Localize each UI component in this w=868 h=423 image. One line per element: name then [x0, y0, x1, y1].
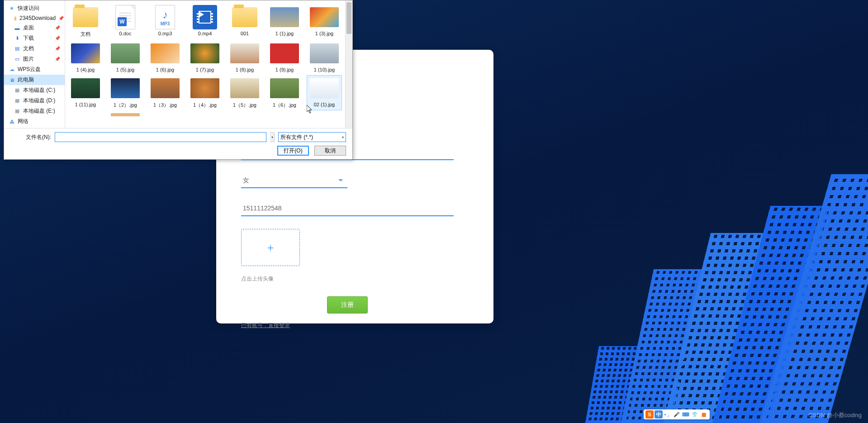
gender-select[interactable]: 女 [241, 173, 347, 188]
file-item[interactable]: 02 (1).jpg [307, 75, 342, 110]
file-label: 0.doc [119, 31, 132, 36]
file-label: 1 (6).jpg [156, 67, 174, 72]
drive-icon: ▦ [14, 98, 20, 104]
file-label: 0.mp4 [198, 31, 212, 36]
ime-keyboard-icon[interactable]: ⌨ [682, 410, 690, 418]
file-item[interactable]: 1 (3).jpg [307, 4, 342, 39]
file-label: 1（5）.jpg [233, 102, 256, 109]
upload-hint: 点击上传头像 [241, 275, 469, 283]
file-type-filter[interactable]: 所有文件 (*.*)▾ [278, 132, 346, 142]
ime-lang-icon[interactable]: 中 [655, 410, 663, 418]
file-open-dialog: ★快速访问 ▮2345Download📌 ▬桌面📌 ⬇下载📌 ▤文档📌 ▭图片📌… [4, 0, 353, 160]
ime-punct-icon[interactable]: •， [664, 410, 672, 418]
file-label: 1（6）.jpg [273, 102, 296, 109]
pin-icon: 📌 [58, 16, 64, 21]
file-item[interactable]: 1（4）.jpg [187, 75, 223, 110]
sidebar-pictures[interactable]: ▭图片📌 [4, 54, 65, 64]
file-thumbnail [151, 77, 180, 100]
sidebar-network[interactable]: 🖧网络 [4, 116, 65, 127]
ime-toolbox-icon[interactable]: ▦ [700, 410, 708, 418]
file-item[interactable]: 001 [227, 4, 262, 39]
open-button[interactable]: 打开(O) [277, 146, 309, 156]
sidebar-this-pc[interactable]: 🖥此电脑 [4, 75, 65, 85]
file-label: 1（4）.jpg [193, 102, 217, 109]
file-thumbnail [310, 77, 339, 100]
picture-icon: ▭ [14, 56, 20, 62]
file-item[interactable]: 1 (7).jpg [187, 40, 223, 74]
file-label: 1 (8).jpg [236, 67, 254, 72]
file-thumbnail [230, 6, 259, 29]
sidebar-2345download[interactable]: ▮2345Download📌 [4, 14, 65, 23]
pin-icon: 📌 [55, 25, 60, 30]
file-item[interactable]: 1 (4).jpg [68, 40, 103, 74]
file-item[interactable]: 1 (10).jpg [307, 40, 342, 74]
file-item[interactable]: 1（5）.jpg [227, 75, 262, 110]
login-link[interactable]: 已有账号，直接登录 [241, 322, 290, 329]
file-item[interactable]: 1 (1).jpg [267, 4, 302, 39]
cancel-button[interactable]: 取消 [314, 146, 346, 156]
file-thumbnail [111, 42, 140, 65]
phone-field[interactable] [241, 201, 454, 216]
file-thumbnail [71, 6, 100, 29]
ime-mic-icon[interactable]: 🎤 [673, 410, 681, 418]
dialog-scrollbar[interactable] [345, 0, 352, 128]
sidebar-drive-c[interactable]: ▦本地磁盘 (C:) [4, 85, 65, 95]
file-item[interactable]: 1（6）.jpg [267, 75, 302, 110]
filename-label: 文件名(N): [10, 133, 51, 141]
document-icon: ▤ [14, 46, 20, 52]
file-label: 1 (9).jpg [275, 67, 294, 72]
desktop-icon: ▬ [14, 25, 20, 31]
file-label: 1 (4).jpg [76, 67, 95, 72]
ime-toolbar[interactable]: S 中 •， 🎤 ⌨ 👕 ▦ [644, 409, 710, 419]
file-grid-area: 文档W0.doc♪MP30.mp30.mp40011 (1).jpg1 (3).… [65, 0, 352, 128]
plus-icon: ＋ [265, 240, 276, 255]
drive-icon: ▦ [14, 87, 20, 94]
file-label: 1 (11).jpg [75, 102, 96, 107]
sidebar-quick-access[interactable]: ★快速访问 [4, 3, 65, 14]
file-label: 1 (5).jpg [116, 67, 134, 72]
computer-icon: 🖥 [9, 77, 15, 83]
avatar-upload-box[interactable]: ＋ [241, 229, 300, 266]
watermark: CSDN @小蔡coding [808, 411, 862, 419]
file-item[interactable]: 1（3）.jpg [147, 75, 183, 110]
sidebar-desktop[interactable]: ▬桌面📌 [4, 23, 65, 33]
pin-icon: 📌 [55, 57, 60, 62]
file-item[interactable]: 文档 [68, 4, 103, 39]
file-thumbnail [310, 42, 339, 65]
file-thumbnail [71, 77, 100, 100]
ime-logo-icon[interactable]: S [645, 410, 654, 418]
star-icon: ★ [9, 5, 15, 12]
file-thumbnail [190, 77, 219, 100]
sidebar-documents[interactable]: ▤文档📌 [4, 43, 65, 54]
register-button[interactable]: 注册 [327, 296, 368, 314]
sidebar-drive-e[interactable]: ▦本地磁盘 (E:) [4, 106, 65, 116]
file-thumbnail: W [111, 6, 140, 29]
file-label: 0.mp3 [158, 31, 172, 36]
file-item[interactable]: 1 (6).jpg [147, 40, 183, 74]
file-item[interactable]: 1（2）.jpg [108, 75, 143, 110]
file-item[interactable]: 1 (9).jpg [267, 40, 302, 74]
file-item[interactable]: 1 (5).jpg [108, 40, 143, 74]
file-thumbnail [310, 6, 339, 29]
sidebar-downloads[interactable]: ⬇下载📌 [4, 33, 65, 43]
file-item[interactable]: W0.doc [108, 4, 143, 39]
file-label: 001 [241, 31, 249, 36]
ime-skin-icon[interactable]: 👕 [691, 410, 699, 418]
file-item[interactable] [108, 111, 143, 117]
file-label: 1（2）.jpg [114, 102, 137, 109]
sidebar-wps-cloud[interactable]: ☁WPS云盘 [4, 64, 65, 75]
filename-dropdown[interactable]: ▾ [270, 132, 275, 142]
sidebar-drive-d[interactable]: ▦本地磁盘 (D:) [4, 95, 65, 106]
file-item[interactable]: 1 (11).jpg [68, 75, 103, 110]
file-item[interactable]: 1 (8).jpg [227, 40, 262, 74]
filename-input[interactable] [55, 132, 266, 142]
file-label: 02 (1).jpg [314, 102, 335, 107]
file-item[interactable]: 0.mp4 [187, 4, 223, 39]
file-label: 文档 [81, 31, 90, 38]
file-item[interactable]: ♪MP30.mp3 [147, 4, 183, 39]
pin-icon: 📌 [55, 36, 60, 41]
file-thumbnail [190, 42, 219, 65]
cloud-icon: ☁ [9, 67, 15, 73]
file-thumbnail [190, 6, 219, 29]
file-thumbnail [270, 77, 299, 100]
